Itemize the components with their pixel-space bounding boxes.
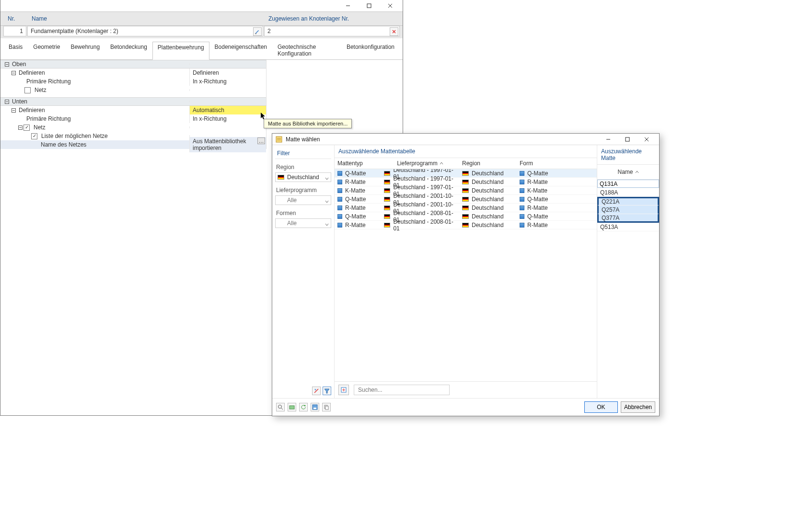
footer-copy-icon[interactable]	[322, 403, 331, 411]
tab-geotechnische-konfiguration[interactable]: Geotechnische Konfiguration	[272, 41, 341, 59]
mesh-icon	[337, 188, 342, 193]
clear-assigned-icon[interactable]	[390, 27, 398, 36]
table-heading: Auszuwählende Mattentabelle	[335, 145, 597, 158]
row-unten-namerow-label: Name des Netzes	[39, 141, 189, 148]
search-row	[335, 381, 597, 398]
names-input[interactable]	[597, 180, 659, 188]
table-row[interactable]: Q-MatteDeutschland - 1997-01-01Deutschla…	[335, 169, 597, 178]
filter-form-combo[interactable]: Alle	[275, 218, 331, 228]
row-unten-direction[interactable]: Primäre Richtung In x-Richtung	[0, 114, 266, 123]
svg-point-27	[278, 405, 282, 409]
ok-button[interactable]: OK	[584, 401, 618, 413]
checkbox-oben-netz[interactable]	[24, 87, 31, 93]
minimize-button[interactable]	[337, 1, 359, 11]
tab-bodeneigenschaften[interactable]: Bodeneigenschaften	[209, 41, 272, 59]
filter-clear-button[interactable]	[312, 387, 321, 395]
dialog-maximize-button[interactable]	[618, 135, 637, 144]
row-unten-define-label: Definieren	[17, 107, 189, 114]
maximize-button[interactable]	[359, 1, 380, 11]
section-unten[interactable]: Unten	[0, 97, 266, 106]
value-nr[interactable]: 1	[3, 26, 26, 36]
footer-save-icon[interactable]	[311, 403, 319, 411]
row-oben-define-value[interactable]: Definieren	[189, 68, 266, 77]
twisty-icon[interactable]	[17, 125, 23, 130]
search-field[interactable]	[357, 386, 446, 394]
mesh-icon	[337, 171, 342, 176]
row-unten-namerow-value[interactable]: Aus Mattenbibliothek importieren	[189, 137, 266, 152]
filter-program-combo[interactable]: Alle	[275, 195, 331, 205]
th-region[interactable]: Region	[459, 158, 517, 169]
tab-betondeckung[interactable]: Betondeckung	[105, 41, 152, 59]
names-row[interactable]: Q221A	[597, 197, 659, 205]
row-unten-dir-value[interactable]: In x-Richtung	[189, 114, 266, 123]
row-unten-define[interactable]: Definieren Automatisch	[0, 106, 266, 114]
twisty-icon[interactable]	[3, 100, 10, 104]
dialog-minimize-button[interactable]	[599, 135, 618, 144]
search-action-icon[interactable]	[338, 385, 349, 395]
import-ellipsis-button[interactable]	[257, 137, 265, 144]
th-name[interactable]: Name	[600, 167, 656, 177]
search-input[interactable]	[354, 385, 450, 395]
names-row[interactable]: Q513A	[597, 223, 659, 231]
table-row[interactable]: R-MatteDeutschland - 2008-01-01Deutschla…	[335, 221, 597, 229]
dialog-title: Matte wählen	[286, 136, 599, 143]
table-head-row: Mattentyp Lieferprogramm Region Form	[335, 158, 597, 169]
row-oben-dir-label: Primäre Richtung	[24, 78, 189, 85]
filter-panel: Filter Region Deutschland Lieferprogramm…	[272, 145, 335, 398]
tab-basis[interactable]: Basis	[3, 41, 28, 59]
row-oben-define-label: Definieren	[17, 69, 189, 76]
value-name[interactable]: Fundamentplatte (Knotenlager : 2)	[27, 26, 263, 36]
row-oben-dir-value[interactable]: In x-Richtung	[189, 77, 266, 86]
svg-rect-21	[626, 137, 629, 141]
twisty-icon[interactable]	[10, 71, 17, 75]
th-program[interactable]: Lieferprogramm	[381, 158, 459, 169]
footer-library-icon[interactable]	[288, 403, 296, 411]
row-oben-netz[interactable]: Netz	[0, 86, 266, 94]
dialog-close-button[interactable]	[637, 135, 656, 144]
table-row[interactable]: Q-MatteDeutschland - 2001-10-01Deutschla…	[335, 195, 597, 204]
edit-name-icon[interactable]	[253, 27, 262, 36]
footer-zoom-icon[interactable]	[276, 403, 285, 411]
twisty-icon[interactable]	[10, 108, 17, 113]
table-row[interactable]: K-MatteDeutschland - 1997-01-01Deutschla…	[335, 186, 597, 195]
table-row[interactable]: R-MatteDeutschland - 2001-10-01Deutschla…	[335, 204, 597, 212]
row-unten-define-value[interactable]: Automatisch	[189, 106, 266, 114]
tab-betonkonfiguration[interactable]: Betonkonfiguration	[341, 41, 400, 59]
filter-region-combo[interactable]: Deutschland	[275, 172, 331, 182]
checkbox-unten-netz[interactable]	[23, 125, 30, 131]
flag-icon	[462, 171, 469, 176]
mesh-icon	[520, 205, 524, 210]
th-type[interactable]: Mattentyp	[335, 158, 381, 169]
names-panel: Auszuwählende Matte Name Q188AQ221AQ257A…	[597, 145, 659, 398]
filter-region-label: Region	[276, 164, 330, 171]
value-row: 1 Fundamentplatte (Knotenlager : 2) 2	[0, 26, 403, 38]
footer-refresh-icon[interactable]	[299, 403, 308, 411]
th-form[interactable]: Form	[517, 158, 589, 169]
svg-rect-4	[255, 34, 256, 34]
names-row[interactable]: Q377A	[597, 214, 659, 223]
sort-asc-icon	[635, 171, 639, 173]
tab-geometrie[interactable]: Geometrie	[28, 41, 65, 59]
table-row[interactable]: Q-MatteDeutschland - 2008-01-01Deutschla…	[335, 212, 597, 221]
close-button[interactable]	[380, 1, 401, 11]
filter-apply-button[interactable]	[323, 387, 331, 395]
filter-region-value: Deutschland	[287, 174, 319, 181]
section-oben[interactable]: Oben	[0, 60, 266, 68]
section-oben-label: Oben	[10, 61, 189, 68]
names-row[interactable]: Q188A	[597, 188, 659, 197]
tab-plattenbewehrung[interactable]: Plattenbewehrung	[152, 42, 209, 60]
row-oben-define[interactable]: Definieren Definieren	[0, 68, 266, 77]
names-input-row[interactable]	[597, 180, 659, 188]
row-unten-namerow[interactable]: Name des Netzes Aus Mattenbibliothek imp…	[0, 140, 266, 149]
checkbox-unten-list[interactable]	[31, 133, 37, 139]
row-oben-direction[interactable]: Primäre Richtung In x-Richtung	[0, 77, 266, 86]
twisty-icon[interactable]	[3, 62, 10, 67]
table-row[interactable]: R-MatteDeutschland - 1997-01-01Deutschla…	[335, 178, 597, 186]
th-name-label: Name	[617, 169, 633, 175]
row-unten-netz[interactable]: Netz	[0, 123, 266, 132]
tab-bewehrung[interactable]: Bewehrung	[65, 41, 105, 59]
cancel-button[interactable]: Abbrechen	[621, 401, 655, 413]
names-row[interactable]: Q257A	[597, 205, 659, 214]
value-assigned[interactable]: 2	[264, 26, 400, 36]
mesh-icon	[520, 171, 524, 176]
